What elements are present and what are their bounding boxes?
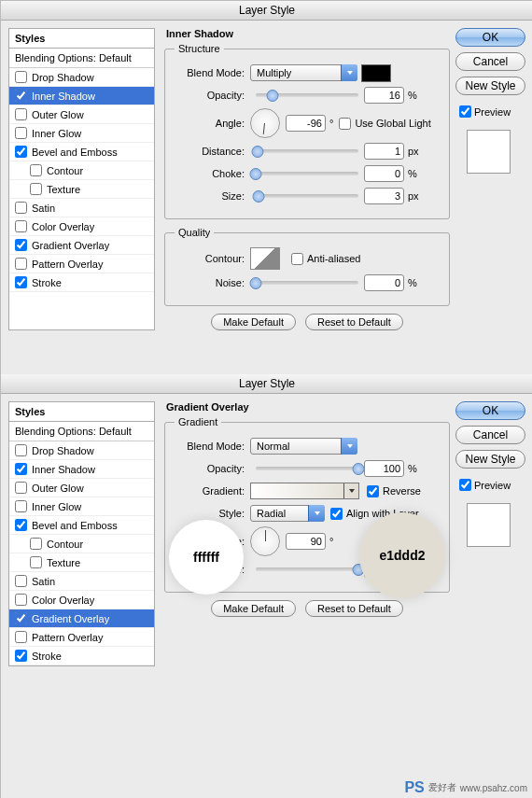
style-item[interactable]: Drop Shadow <box>9 441 154 460</box>
reset-default-button[interactable]: Reset to Default <box>305 600 403 617</box>
style-item-checkbox[interactable] <box>15 239 27 251</box>
style-item-checkbox[interactable] <box>15 482 27 494</box>
style-item-checkbox[interactable] <box>15 463 27 475</box>
choke-slider[interactable] <box>256 172 358 175</box>
opacity-input[interactable] <box>364 460 404 477</box>
style-item[interactable]: Gradient Overlay <box>9 236 154 255</box>
distance-slider[interactable] <box>256 149 358 153</box>
style-item-checkbox[interactable] <box>15 71 27 83</box>
style-item[interactable]: Inner Glow <box>9 124 154 143</box>
size-input[interactable] <box>364 188 404 204</box>
ok-button[interactable]: OK <box>455 401 525 420</box>
style-select[interactable]: Radial <box>250 505 325 522</box>
preview-checkbox[interactable] <box>459 105 471 118</box>
noise-slider[interactable] <box>256 281 358 285</box>
style-item[interactable]: Gradient Overlay <box>9 609 154 628</box>
style-item-label: Gradient Overlay <box>32 240 109 251</box>
style-item-checkbox[interactable] <box>30 183 42 195</box>
style-item-checkbox[interactable] <box>15 220 27 232</box>
style-item-checkbox[interactable] <box>15 612 27 624</box>
style-item[interactable]: Inner Glow <box>9 497 154 516</box>
reset-default-button[interactable]: Reset to Default <box>305 314 403 330</box>
style-item[interactable]: Pattern Overlay <box>9 255 154 273</box>
angle-input[interactable] <box>286 115 326 132</box>
style-item[interactable]: Texture <box>9 553 154 572</box>
make-default-button[interactable]: Make Default <box>211 600 296 617</box>
structure-fieldset: Structure Blend Mode: Multiply Opacity: … <box>164 43 450 219</box>
scale-slider[interactable] <box>256 567 358 571</box>
style-item[interactable]: Satin <box>9 199 154 217</box>
style-item[interactable]: Pattern Overlay <box>9 628 154 647</box>
style-item-checkbox[interactable] <box>15 444 27 456</box>
style-item[interactable]: Inner Shadow <box>9 460 154 479</box>
style-item-checkbox[interactable] <box>15 650 27 662</box>
noise-input[interactable] <box>364 274 404 291</box>
preview-swatch <box>467 503 511 547</box>
style-item[interactable]: Outer Glow <box>9 479 154 497</box>
style-item[interactable]: Color Overlay <box>9 217 154 236</box>
style-item[interactable]: Stroke <box>9 273 154 292</box>
watermark-text: 爱好者 <box>428 781 456 794</box>
style-item-checkbox[interactable] <box>15 146 27 158</box>
choke-input[interactable] <box>364 165 404 182</box>
style-item-checkbox[interactable] <box>15 631 27 643</box>
style-item[interactable]: Inner Shadow <box>9 87 154 105</box>
blend-mode-select[interactable]: Normal <box>250 438 357 455</box>
style-item[interactable]: Contour <box>9 535 154 553</box>
style-item[interactable]: Outer Glow <box>9 105 154 124</box>
blend-mode-select[interactable]: Multiply <box>250 64 357 81</box>
style-item-checkbox[interactable] <box>15 594 27 606</box>
style-item[interactable]: Stroke <box>9 647 154 665</box>
style-item[interactable]: Satin <box>9 572 154 591</box>
style-item-checkbox[interactable] <box>15 127 27 139</box>
preview-checkbox[interactable] <box>459 479 471 491</box>
anti-aliased-checkbox[interactable] <box>291 253 303 265</box>
contour-swatch[interactable] <box>250 247 280 270</box>
style-item-checkbox[interactable] <box>15 108 27 120</box>
styles-header[interactable]: Styles <box>9 402 154 422</box>
new-style-button[interactable]: New Style <box>455 450 525 469</box>
angle-dial[interactable] <box>250 526 280 556</box>
style-item-checkbox[interactable] <box>15 500 27 512</box>
align-checkbox[interactable] <box>330 508 343 520</box>
cancel-button[interactable]: Cancel <box>455 426 525 444</box>
chevron-down-icon[interactable] <box>343 483 358 498</box>
size-slider[interactable] <box>256 194 358 198</box>
style-item-checkbox[interactable] <box>15 202 27 214</box>
style-item-label: Inner Glow <box>32 128 81 139</box>
style-item-checkbox[interactable] <box>30 538 42 550</box>
color-swatch[interactable] <box>361 64 391 82</box>
style-item[interactable]: Texture <box>9 180 154 199</box>
blending-options[interactable]: Blending Options: Default <box>9 49 154 68</box>
style-item[interactable]: Bevel and Emboss <box>9 143 154 161</box>
styles-header[interactable]: Styles <box>9 29 154 49</box>
style-item-checkbox[interactable] <box>30 556 42 568</box>
style-item[interactable]: Drop Shadow <box>9 68 154 87</box>
distance-input[interactable] <box>364 143 404 160</box>
reverse-checkbox[interactable] <box>367 485 379 497</box>
style-item[interactable]: Contour <box>9 161 154 180</box>
angle-input[interactable] <box>286 533 326 550</box>
use-global-light-checkbox[interactable] <box>339 118 351 130</box>
style-item-checkbox[interactable] <box>15 519 27 531</box>
style-item-checkbox[interactable] <box>15 90 27 102</box>
angle-dial[interactable] <box>250 108 280 138</box>
gradient-bar[interactable] <box>250 483 359 499</box>
style-item[interactable]: Color Overlay <box>9 591 154 609</box>
opacity-slider[interactable] <box>256 467 358 470</box>
ok-button[interactable]: OK <box>455 28 525 47</box>
style-item-label: Satin <box>32 576 55 587</box>
style-item[interactable]: Bevel and Emboss <box>9 516 154 535</box>
style-item-checkbox[interactable] <box>30 164 42 176</box>
blending-options[interactable]: Blending Options: Default <box>9 422 154 441</box>
style-item-checkbox[interactable] <box>15 575 27 587</box>
main-panel: Inner Shadow Structure Blend Mode: Multi… <box>164 28 450 330</box>
cancel-button[interactable]: Cancel <box>455 52 525 71</box>
style-item-checkbox[interactable] <box>15 258 27 270</box>
opacity-slider[interactable] <box>256 93 358 97</box>
new-style-button[interactable]: New Style <box>455 77 525 95</box>
opacity-input[interactable] <box>364 87 404 104</box>
make-default-button[interactable]: Make Default <box>211 314 296 330</box>
style-item-checkbox[interactable] <box>15 276 27 288</box>
frame: Layer Style Styles Blending Options: Def… <box>0 0 532 798</box>
